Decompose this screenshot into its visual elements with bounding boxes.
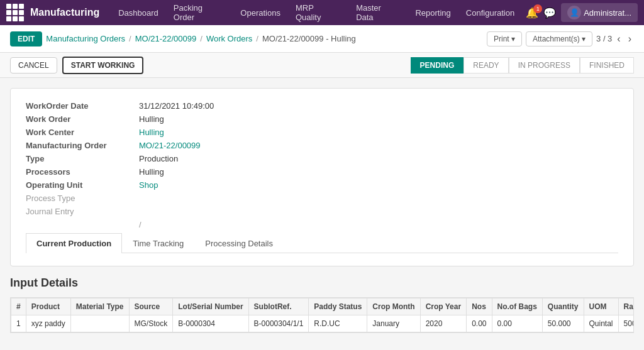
avatar: 👤 <box>567 6 581 19</box>
field-workorder-date: WorkOrder Date 31/12/2021 10:49:00 <box>26 101 618 111</box>
admin-label: Administrat... <box>584 8 631 18</box>
breadcrumb-sep-2: / <box>200 34 203 43</box>
status-finished[interactable]: FINISHED <box>580 57 634 74</box>
tab-processing-details[interactable]: Processing Details <box>194 233 284 253</box>
breadcrumb-mo[interactable]: MO/21-22/00099 <box>135 34 197 43</box>
col-nos: Nos <box>467 298 492 315</box>
field-slash: / <box>26 220 618 229</box>
field-process-type: Process Type <box>26 194 618 203</box>
status-bar: PENDING READY IN PROGRESS FINISHED <box>411 57 634 74</box>
tab-time-tracking[interactable]: Time Tracking <box>122 233 194 253</box>
col-crop-month: Crop Month <box>367 298 420 315</box>
cell-sublot-ref: B-0000304/1/1 <box>248 315 309 332</box>
nav-mrp-quality[interactable]: MRP Quality <box>289 0 347 25</box>
breadcrumb-sep-3: / <box>256 34 258 43</box>
section-title: Input Details <box>10 276 634 290</box>
cell-material-type <box>70 315 129 332</box>
action-bar: CANCEL START WORKING PENDING READY IN PR… <box>0 53 644 78</box>
cancel-button[interactable]: CANCEL <box>10 57 57 74</box>
input-details-table-wrapper: # Product Material Type Source Lot/Seria… <box>10 297 634 333</box>
cell-source: MG/Stock <box>129 315 173 332</box>
attachments-button[interactable]: Attachment(s) ▾ <box>526 31 592 46</box>
col-uom: UOM <box>584 298 618 315</box>
field-journal-entry: Journal Entry <box>26 207 618 216</box>
breadcrumb-sep-1: / <box>129 34 131 43</box>
col-sublot-ref: SublotRef. <box>248 298 309 315</box>
next-record-button[interactable]: › <box>626 33 634 45</box>
field-operating-unit: Operating Unit Shop <box>26 180 618 190</box>
nav-icons: 🔔 1 💬 👤 Administrat... <box>526 3 638 22</box>
notification-badge: 1 <box>533 4 542 13</box>
app-name: Manufacturing <box>30 7 99 18</box>
main-content: WorkOrder Date 31/12/2021 10:49:00 Work … <box>0 78 644 343</box>
status-pending[interactable]: PENDING <box>411 57 464 74</box>
top-navigation: Manufacturing Dashboard Packing Order Op… <box>0 0 644 25</box>
nav-operations[interactable]: Operations <box>234 0 287 25</box>
col-crop-year: Crop Year <box>420 298 466 315</box>
col-rate: Rate <box>618 298 634 315</box>
cell-lot-serial: B-0000304 <box>173 315 248 332</box>
breadcrumb-manufacturing-orders[interactable]: Manufacturing Orders <box>46 34 125 43</box>
edit-button[interactable]: EDIT <box>10 31 42 46</box>
cell-quantity: 50.000 <box>542 315 584 332</box>
chat-icon[interactable]: 💬 <box>543 7 556 19</box>
field-processors: Processors Hulling <box>26 167 618 177</box>
nav-packing-order[interactable]: Packing Order <box>167 0 232 25</box>
cell-no-of-bags: 0.00 <box>492 315 542 332</box>
cell-rate: 500.00 <box>618 315 634 332</box>
tabs: Current Production Time Tracking Process… <box>26 233 618 253</box>
table-row: 1 xyz paddy MG/Stock B-0000304 B-0000304… <box>11 315 635 332</box>
cell-num: 1 <box>11 315 26 332</box>
cell-crop-month: January <box>367 315 420 332</box>
nav-dashboard[interactable]: Dashboard <box>112 0 165 25</box>
tab-current-production[interactable]: Current Production <box>26 233 122 253</box>
status-ready[interactable]: READY <box>464 57 508 74</box>
col-lot-serial: Lot/Serial Number <box>173 298 248 315</box>
col-material-type: Material Type <box>70 298 129 315</box>
record-position: 3 / 3 <box>596 34 612 43</box>
col-no-of-bags: No.of Bags <box>492 298 542 315</box>
field-type: Type Production <box>26 154 618 163</box>
col-paddy-status: Paddy Status <box>309 298 367 315</box>
cell-paddy-status: R.D.UC <box>309 315 367 332</box>
nav-master-data[interactable]: Master Data <box>350 0 406 25</box>
breadcrumb-bar: EDIT Manufacturing Orders / MO/21-22/000… <box>0 25 644 53</box>
col-product: Product <box>26 298 70 315</box>
col-source: Source <box>129 298 173 315</box>
field-work-center: Work Center Hulling <box>26 128 618 137</box>
record-navigation: 3 / 3 ‹ › <box>596 33 634 45</box>
field-manufacturing-order: Manufacturing Order MO/21-22/00099 <box>26 141 618 150</box>
col-quantity: Quantity <box>542 298 584 315</box>
app-grid-icon[interactable] <box>6 4 24 21</box>
bell-icon[interactable]: 🔔 1 <box>526 7 538 19</box>
start-working-button[interactable]: START WORKING <box>62 57 144 74</box>
cell-product: xyz paddy <box>26 315 70 332</box>
breadcrumb-current: MO/21-22/00099 - Hulling <box>262 34 356 43</box>
field-work-order: Work Order Hulling <box>26 114 618 124</box>
table-header-row: # Product Material Type Source Lot/Seria… <box>11 298 635 315</box>
cell-uom: Quintal <box>584 315 618 332</box>
admin-menu[interactable]: 👤 Administrat... <box>561 3 638 22</box>
col-num: # <box>11 298 26 315</box>
print-button[interactable]: Print ▾ <box>487 31 522 46</box>
nav-configuration[interactable]: Configuration <box>460 0 521 25</box>
breadcrumb-work-orders[interactable]: Work Orders <box>206 34 252 43</box>
status-in-progress[interactable]: IN PROGRESS <box>509 57 580 74</box>
prev-record-button[interactable]: ‹ <box>614 33 623 45</box>
input-details-table: # Product Material Type Source Lot/Seria… <box>11 298 634 332</box>
form-card: WorkOrder Date 31/12/2021 10:49:00 Work … <box>10 88 634 266</box>
cell-crop-year: 2020 <box>420 315 466 332</box>
cell-nos: 0.00 <box>467 315 492 332</box>
input-details-section: Input Details # Product Material Type So… <box>10 276 634 333</box>
nav-reporting[interactable]: Reporting <box>409 0 457 25</box>
